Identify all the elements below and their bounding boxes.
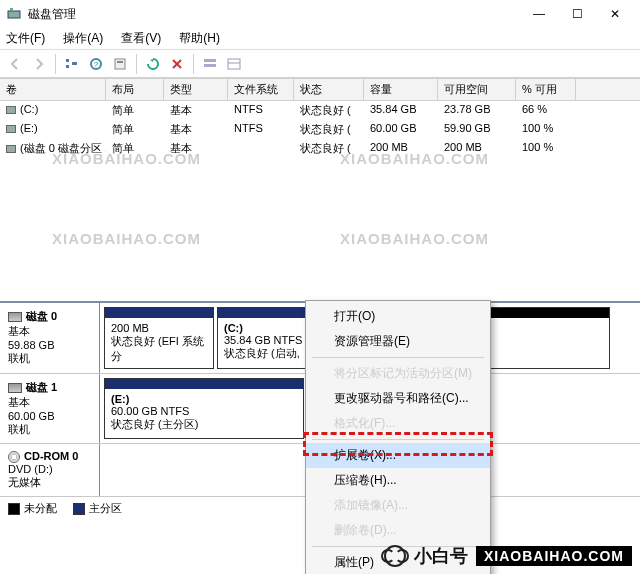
back-button[interactable] — [4, 53, 26, 75]
maximize-button[interactable]: ☐ — [558, 1, 596, 27]
col-volume[interactable]: 卷 — [0, 79, 106, 100]
svg-rect-1 — [10, 8, 13, 11]
menu-view[interactable]: 查看(V) — [119, 28, 163, 49]
grid-blank-area — [0, 158, 640, 303]
svg-rect-10 — [204, 64, 216, 67]
volume-row[interactable]: (C:)简单基本NTFS状态良好 (35.84 GB23.78 GB66 % — [0, 101, 640, 120]
col-status[interactable]: 状态 — [294, 79, 364, 100]
refresh-button[interactable] — [142, 53, 164, 75]
props-button[interactable] — [109, 53, 131, 75]
volume-row[interactable]: (E:)简单基本NTFS状态良好 (60.00 GB59.90 GB100 % — [0, 120, 640, 139]
volume-box[interactable]: 200 MB状态良好 (EFI 系统分 — [104, 307, 214, 369]
col-percent[interactable]: % 可用 — [516, 79, 576, 100]
col-type[interactable]: 类型 — [164, 79, 228, 100]
help-button[interactable]: ? — [85, 53, 107, 75]
minimize-button[interactable]: — — [520, 1, 558, 27]
ctx-change-letter[interactable]: 更改驱动器号和路径(C)... — [306, 386, 490, 411]
list-view-button[interactable] — [199, 53, 221, 75]
ctx-delete-volume: 删除卷(D)... — [306, 518, 490, 543]
brand-text: 小白号 — [414, 544, 468, 568]
menu-help[interactable]: 帮助(H) — [177, 28, 222, 49]
svg-rect-4 — [72, 62, 77, 65]
legend-unallocated: 未分配 — [24, 502, 57, 514]
volume-row[interactable]: (磁盘 0 磁盘分区 1)简单基本状态良好 (200 MB200 MB100 % — [0, 139, 640, 158]
ctx-add-mirror: 添加镜像(A)... — [306, 493, 490, 518]
svg-rect-2 — [66, 59, 69, 62]
tree-button[interactable] — [61, 53, 83, 75]
branding: 小白号 XIAOBAIHAO.COM — [384, 544, 632, 568]
svg-rect-7 — [115, 59, 125, 69]
col-capacity[interactable]: 容量 — [364, 79, 438, 100]
brand-badge: XIAOBAIHAO.COM — [476, 546, 632, 566]
disk-info[interactable]: 磁盘 1 基本60.00 GB联机 — [0, 374, 100, 443]
svg-rect-3 — [66, 65, 69, 68]
legend-swatch-unallocated — [8, 503, 20, 515]
forward-button[interactable] — [28, 53, 50, 75]
ctx-format: 格式化(F)... — [306, 411, 490, 436]
ctx-extend-volume[interactable]: 扩展卷(X)... — [306, 443, 490, 468]
grid-header: 卷 布局 类型 文件系统 状态 容量 可用空间 % 可用 — [0, 78, 640, 101]
ctx-mark-active: 将分区标记为活动分区(M) — [306, 361, 490, 386]
disk-info[interactable]: 磁盘 0 基本59.88 GB联机 — [0, 303, 100, 373]
ctx-shrink-volume[interactable]: 压缩卷(H)... — [306, 468, 490, 493]
legend-swatch-primary — [73, 503, 85, 515]
brand-icon — [384, 545, 406, 567]
menu-action[interactable]: 操作(A) — [61, 28, 105, 49]
svg-rect-9 — [204, 59, 216, 62]
delete-button[interactable] — [166, 53, 188, 75]
toolbar: ? — [0, 50, 640, 78]
window-title: 磁盘管理 — [28, 6, 76, 23]
app-icon — [6, 6, 22, 22]
menu-bar: 文件(F) 操作(A) 查看(V) 帮助(H) — [0, 28, 640, 50]
disk-info[interactable]: CD-ROM 0 DVD (D:)无媒体 — [0, 444, 100, 496]
ctx-explorer[interactable]: 资源管理器(E) — [306, 329, 490, 354]
svg-rect-11 — [228, 59, 240, 69]
title-bar: 磁盘管理 — ☐ ✕ — [0, 0, 640, 28]
volume-grid: 卷 布局 类型 文件系统 状态 容量 可用空间 % 可用 (C:)简单基本NTF… — [0, 78, 640, 158]
menu-file[interactable]: 文件(F) — [4, 28, 47, 49]
legend-primary: 主分区 — [89, 502, 122, 514]
context-menu: 打开(O) 资源管理器(E) 将分区标记为活动分区(M) 更改驱动器号和路径(C… — [305, 300, 491, 574]
svg-rect-0 — [8, 11, 20, 18]
col-free[interactable]: 可用空间 — [438, 79, 516, 100]
svg-text:?: ? — [94, 60, 99, 69]
col-fs[interactable]: 文件系统 — [228, 79, 294, 100]
close-button[interactable]: ✕ — [596, 1, 634, 27]
svg-rect-8 — [117, 61, 123, 63]
volume-box[interactable]: (E:)60.00 GB NTFS状态良好 (主分区) — [104, 378, 304, 439]
detail-view-button[interactable] — [223, 53, 245, 75]
ctx-open[interactable]: 打开(O) — [306, 304, 490, 329]
col-layout[interactable]: 布局 — [106, 79, 164, 100]
